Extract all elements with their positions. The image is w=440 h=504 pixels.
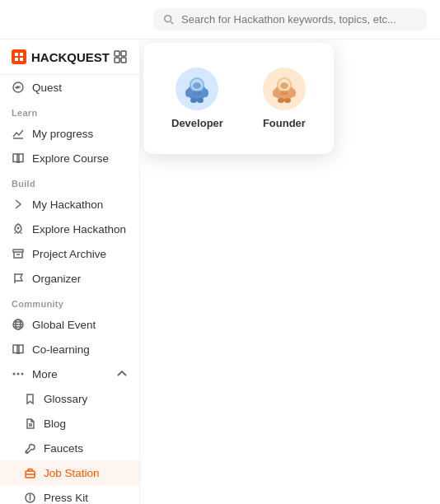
svg-point-42 xyxy=(204,89,208,97)
founder-astronaut-svg xyxy=(266,71,302,107)
svg-rect-52 xyxy=(281,91,288,95)
logo: HACKQUEST xyxy=(12,49,110,64)
sidebar-item-job-station-label: Job Station xyxy=(44,467,100,479)
svg-point-34 xyxy=(30,495,30,496)
rocket-icon xyxy=(12,222,25,236)
svg-rect-9 xyxy=(121,58,126,63)
sidebar-item-co-learning-label: Co-learning xyxy=(32,343,90,356)
sidebar-item-glossary[interactable]: Glossary xyxy=(0,386,139,411)
briefcase-icon xyxy=(23,466,36,479)
sidebar-item-blog[interactable]: Blog xyxy=(0,411,139,436)
sidebar-item-explore-course[interactable]: Explore Course xyxy=(0,146,139,170)
sidebar-item-faucets[interactable]: Faucets xyxy=(0,436,139,460)
sidebar-item-blog-label: Blog xyxy=(44,418,66,430)
svg-point-25 xyxy=(17,373,20,376)
role-card-founder[interactable]: Founder xyxy=(248,56,321,141)
sidebar-item-explore-hackathon[interactable]: Explore Hackathon xyxy=(0,217,139,241)
sidebar-item-press-kit-label: Press Kit xyxy=(44,492,88,504)
svg-point-40 xyxy=(193,82,201,89)
file-icon xyxy=(23,417,36,430)
sidebar-item-quest[interactable]: Quest xyxy=(0,75,139,100)
founder-avatar xyxy=(263,68,306,110)
svg-point-24 xyxy=(13,373,16,376)
sidebar: HACKQUEST Quest Learn xyxy=(0,40,140,504)
search-bar[interactable] xyxy=(153,8,427,30)
book-icon xyxy=(12,152,25,165)
svg-point-44 xyxy=(190,98,197,103)
sidebar-item-organizer-label: Organizer xyxy=(32,273,81,285)
flag-icon xyxy=(12,272,25,285)
svg-point-0 xyxy=(165,15,171,21)
role-card-developer[interactable]: Developer xyxy=(157,56,238,141)
more-header-left: More xyxy=(12,367,58,380)
svg-point-49 xyxy=(280,82,288,89)
svg-point-26 xyxy=(21,373,24,376)
role-dropdown: Developer xyxy=(143,43,334,154)
sidebar-item-explore-course-label: Explore Course xyxy=(32,152,109,165)
svg-rect-5 xyxy=(20,58,23,61)
info-icon xyxy=(23,491,36,504)
sidebar-item-project-archive-label: Project Archive xyxy=(32,248,106,260)
logo-area: HACKQUEST xyxy=(0,40,139,75)
svg-rect-16 xyxy=(13,250,23,252)
sidebar-item-global-event[interactable]: Global Event xyxy=(0,312,139,337)
sidebar-item-my-progress-label: My progress xyxy=(32,128,93,140)
svg-rect-8 xyxy=(115,58,119,63)
content-area: Developer xyxy=(140,40,440,504)
more-label: More xyxy=(32,368,58,380)
developer-astronaut-svg xyxy=(179,71,215,107)
svg-rect-3 xyxy=(20,53,23,56)
top-bar xyxy=(0,0,440,40)
svg-point-53 xyxy=(278,98,284,103)
svg-rect-2 xyxy=(15,53,18,56)
svg-rect-6 xyxy=(115,51,119,56)
chevron-up-icon xyxy=(116,368,128,380)
more-section: More Glossary xyxy=(0,362,139,504)
svg-rect-43 xyxy=(194,91,200,95)
sidebar-item-global-event-label: Global Event xyxy=(32,319,96,331)
compass-icon xyxy=(12,81,25,94)
svg-rect-4 xyxy=(15,58,18,61)
sidebar-item-my-progress[interactable]: My progress xyxy=(0,121,139,146)
chart-icon xyxy=(12,127,25,140)
developer-label: Developer xyxy=(171,117,223,129)
section-learn-label: Learn xyxy=(0,100,139,121)
more-sub-items: Glossary Blog xyxy=(0,386,139,504)
more-dots-icon xyxy=(12,367,25,380)
chevron-right-icon xyxy=(12,198,25,211)
svg-point-50 xyxy=(273,89,278,97)
sidebar-item-job-station[interactable]: Job Station xyxy=(0,460,139,485)
bookmark-icon xyxy=(23,392,36,405)
sidebar-item-explore-hackathon-label: Explore Hackathon xyxy=(32,223,126,236)
wrench-icon xyxy=(23,441,36,455)
svg-line-1 xyxy=(171,21,173,24)
svg-point-15 xyxy=(17,227,20,230)
sidebar-item-faucets-label: Faucets xyxy=(44,442,83,455)
logo-icon xyxy=(12,49,26,64)
sidebar-item-press-kit[interactable]: Press Kit xyxy=(0,485,139,504)
book-open-icon xyxy=(12,343,25,356)
founder-label: Founder xyxy=(263,117,306,129)
sidebar-item-glossary-label: Glossary xyxy=(44,393,87,405)
search-icon xyxy=(163,14,175,26)
main-layout: HACKQUEST Quest Learn xyxy=(0,40,440,504)
sidebar-item-my-hackathon[interactable]: My Hackathon xyxy=(0,192,139,217)
globe-icon xyxy=(12,318,25,331)
archive-icon xyxy=(12,247,25,260)
svg-rect-7 xyxy=(121,51,126,56)
grid-icon[interactable] xyxy=(113,49,128,64)
section-build-label: Build xyxy=(0,170,139,192)
sidebar-item-quest-label: Quest xyxy=(32,82,62,94)
svg-point-51 xyxy=(291,89,296,97)
sidebar-item-my-hackathon-label: My Hackathon xyxy=(32,198,103,211)
developer-avatar xyxy=(176,68,218,110)
svg-point-45 xyxy=(197,98,204,103)
sidebar-item-organizer[interactable]: Organizer xyxy=(0,266,139,291)
section-community-label: Community xyxy=(0,291,139,312)
sidebar-item-project-archive[interactable]: Project Archive xyxy=(0,241,139,266)
sidebar-item-co-learning[interactable]: Co-learning xyxy=(0,337,139,362)
svg-point-41 xyxy=(185,89,190,97)
search-input[interactable] xyxy=(181,13,417,26)
more-header[interactable]: More xyxy=(0,362,139,386)
svg-point-54 xyxy=(284,98,291,103)
